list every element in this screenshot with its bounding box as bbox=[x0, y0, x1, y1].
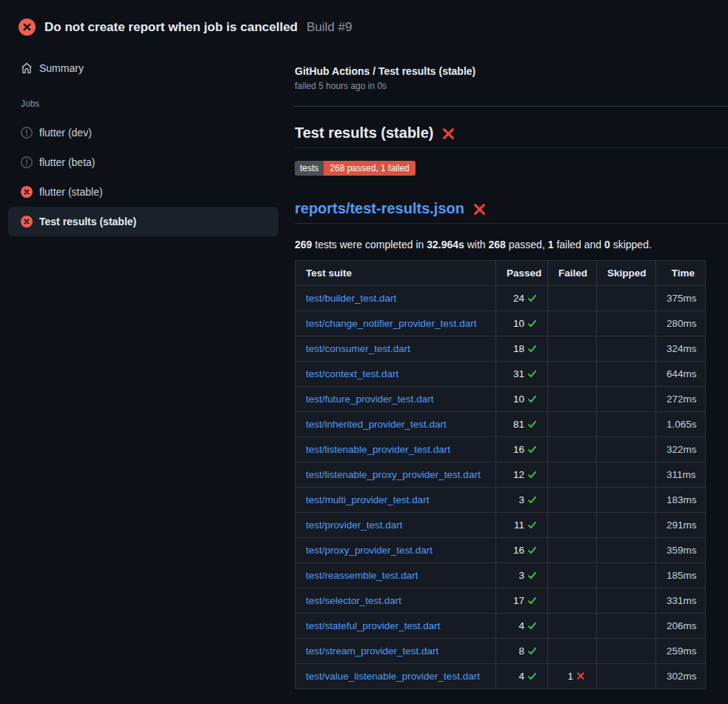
test-suite-link[interactable]: test/selector_test.dart bbox=[306, 595, 401, 606]
sidebar-item-test-results-stable[interactable]: Test results (stable) bbox=[8, 207, 278, 236]
time-cell: 185ms bbox=[656, 563, 706, 588]
passed-value: 31 bbox=[513, 368, 537, 379]
test-suite-link[interactable]: test/multi_provider_test.dart bbox=[306, 494, 430, 505]
skipped-cell bbox=[597, 639, 656, 664]
check-icon bbox=[527, 495, 537, 505]
check-icon bbox=[527, 394, 537, 404]
neutral-exclamation-circle-icon bbox=[21, 156, 33, 168]
passed-value: 3 bbox=[518, 494, 537, 505]
passed-count: 4 bbox=[518, 671, 524, 682]
sidebar-item-flutter-stable[interactable]: flutter (stable) bbox=[8, 177, 278, 207]
passed-count: 16 bbox=[513, 444, 524, 455]
check-icon bbox=[527, 545, 537, 555]
sidebar-item-label: Summary bbox=[39, 62, 84, 74]
passed-count: 24 bbox=[513, 293, 524, 304]
summary-number: 269 bbox=[295, 239, 312, 250]
job-status-timestamp: failed 5 hours ago in 0s bbox=[295, 81, 728, 91]
passed-cell: 31 bbox=[496, 362, 548, 387]
test-suite-link[interactable]: test/listenable_provider_test.dart bbox=[306, 444, 450, 455]
passed-cell: 10 bbox=[496, 387, 548, 412]
failed-cell bbox=[548, 462, 597, 488]
passed-cell: 10 bbox=[496, 311, 548, 336]
check-icon bbox=[527, 621, 537, 631]
test-suite-link[interactable]: test/value_listenable_provider_test.dart bbox=[306, 671, 480, 682]
job-breadcrumb-title: GitHub Actions / Test results (stable) bbox=[295, 64, 728, 79]
check-icon bbox=[527, 293, 537, 303]
test-suite-link[interactable]: test/change_notifier_provider_test.dart bbox=[306, 318, 476, 329]
time-cell: 206ms bbox=[656, 614, 706, 639]
passed-value: 81 bbox=[513, 419, 537, 430]
passed-value: 16 bbox=[513, 444, 537, 455]
test-suite-link[interactable]: test/inherited_provider_test.dart bbox=[306, 419, 447, 430]
passed-value: 4 bbox=[518, 620, 537, 631]
passed-count: 11 bbox=[514, 519, 524, 531]
sidebar-item-flutter-beta[interactable]: flutter (beta) bbox=[8, 147, 278, 177]
test-suite-cell: test/change_notifier_provider_test.dart bbox=[295, 311, 496, 336]
test-suite-link[interactable]: test/stateful_provider_test.dart bbox=[306, 620, 441, 631]
failed-cell bbox=[548, 588, 597, 614]
passed-cell: 4 bbox=[496, 614, 548, 639]
failed-x-icon bbox=[441, 127, 455, 141]
failed-cell bbox=[548, 311, 597, 336]
passed-cell: 16 bbox=[496, 437, 548, 462]
summary-number: 32.964s bbox=[427, 239, 464, 250]
summary-number: 268 bbox=[489, 239, 506, 250]
failed-cell bbox=[548, 336, 597, 362]
skipped-cell bbox=[597, 336, 656, 362]
passed-value: 12 bbox=[513, 469, 537, 480]
test-suite-cell: test/multi_provider_test.dart bbox=[295, 488, 496, 513]
time-cell: 375ms bbox=[656, 286, 706, 311]
failed-cell bbox=[548, 387, 597, 412]
test-suite-cell: test/stream_provider_test.dart bbox=[295, 639, 496, 664]
skipped-cell bbox=[597, 488, 656, 513]
sidebar-item-flutter-dev[interactable]: flutter (dev) bbox=[8, 118, 278, 147]
tests-status-badge: tests 268 passed, 1 failed bbox=[295, 161, 415, 176]
failed-circle-x-icon bbox=[21, 216, 33, 228]
summary-text: failed and bbox=[554, 239, 605, 250]
report-file-link[interactable]: reports/test-results.json bbox=[295, 200, 464, 217]
test-suite-link[interactable]: test/stream_provider_test.dart bbox=[306, 645, 438, 657]
passed-count: 17 bbox=[513, 595, 524, 606]
passed-value: 10 bbox=[513, 318, 537, 329]
passed-cell: 16 bbox=[496, 538, 548, 563]
check-icon bbox=[527, 520, 537, 530]
x-mark-icon bbox=[576, 671, 586, 681]
table-row: test/provider_test.dart11291ms bbox=[295, 513, 706, 538]
passed-cell: 3 bbox=[496, 563, 548, 588]
badge-label: tests bbox=[295, 161, 324, 176]
passed-value: 3 bbox=[518, 570, 537, 581]
table-row: test/future_provider_test.dart10272ms bbox=[295, 387, 706, 412]
failed-cell bbox=[548, 362, 597, 387]
skipped-cell bbox=[597, 664, 656, 689]
test-suite-link[interactable]: test/reassemble_test.dart bbox=[306, 570, 418, 581]
test-suite-link[interactable]: test/builder_test.dart bbox=[306, 293, 396, 304]
sidebar-item-label: flutter (stable) bbox=[39, 186, 103, 198]
test-suite-link[interactable]: test/consumer_test.dart bbox=[306, 343, 410, 354]
test-suite-cell: test/builder_test.dart bbox=[295, 286, 496, 311]
skipped-cell bbox=[597, 286, 656, 311]
test-suite-link[interactable]: test/context_test.dart bbox=[306, 368, 398, 379]
table-row: test/builder_test.dart24375ms bbox=[295, 286, 706, 311]
table-row: test/stream_provider_test.dart8259ms bbox=[295, 639, 706, 664]
test-suite-link[interactable]: test/listenable_proxy_provider_test.dart bbox=[306, 469, 481, 480]
test-suite-cell: test/stateful_provider_test.dart bbox=[295, 614, 496, 639]
table-header-row: Test suitePassedFailedSkippedTime bbox=[295, 261, 706, 286]
table-row: test/consumer_test.dart18324ms bbox=[295, 336, 706, 362]
skipped-cell bbox=[597, 462, 656, 488]
sidebar-item-summary[interactable]: Summary bbox=[8, 56, 278, 80]
check-icon bbox=[527, 470, 537, 479]
summary-number: 1 bbox=[548, 239, 554, 250]
test-suite-cell: test/context_test.dart bbox=[295, 362, 496, 387]
test-suite-link[interactable]: test/future_provider_test.dart bbox=[306, 393, 434, 405]
column-header-skipped: Skipped bbox=[597, 261, 656, 286]
test-suite-link[interactable]: test/provider_test.dart bbox=[306, 519, 403, 531]
skipped-cell bbox=[597, 614, 656, 639]
skipped-cell bbox=[597, 588, 656, 614]
test-suite-link[interactable]: test/proxy_provider_test.dart bbox=[306, 545, 433, 556]
test-suite-cell: test/proxy_provider_test.dart bbox=[295, 538, 496, 563]
skipped-cell bbox=[597, 362, 656, 387]
passed-value: 4 bbox=[518, 671, 537, 682]
failed-cell bbox=[548, 412, 597, 437]
summary-text: passed, bbox=[506, 239, 548, 250]
failed-cell bbox=[548, 538, 597, 563]
